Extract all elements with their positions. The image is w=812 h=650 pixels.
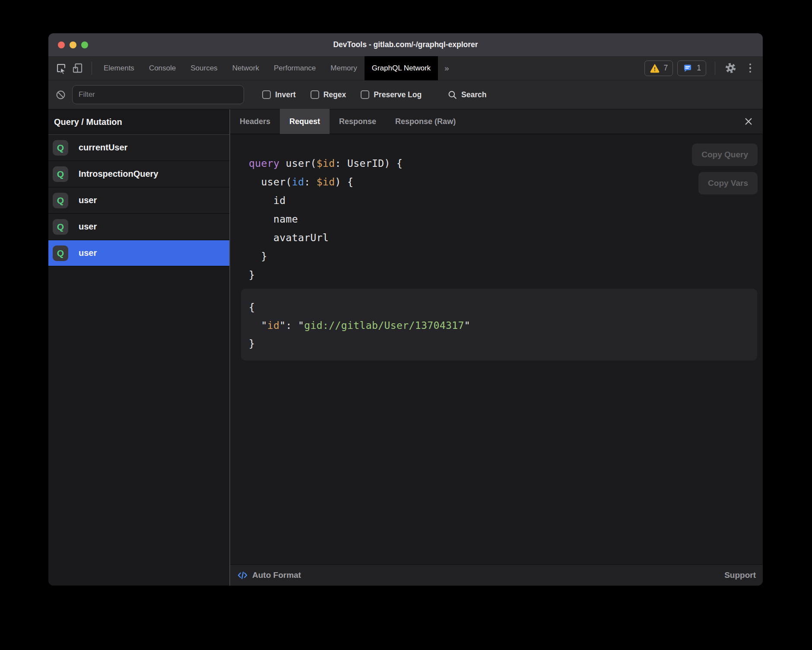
query-type-badge: Q (53, 166, 68, 182)
query-type-badge: Q (53, 245, 68, 261)
search-icon (447, 90, 457, 100)
tab-response-raw[interactable]: Response (Raw) (386, 109, 465, 134)
warnings-badge[interactable]: 7 (644, 61, 673, 76)
device-toolbar-icon[interactable] (71, 62, 84, 75)
query-list-panel: Query / Mutation Q currentUser Q Introsp… (48, 109, 230, 586)
detail-footer: Auto Format Support (230, 564, 763, 586)
toolbar-divider (92, 62, 92, 75)
filter-input[interactable] (72, 85, 244, 104)
list-item-user-3-selected[interactable]: Q user (48, 240, 229, 267)
graphql-query-code: query user($id: UserID) { user(id: $id) … (230, 134, 763, 284)
list-item-introspectionQuery[interactable]: Q IntrospectionQuery (48, 161, 229, 188)
preserve-log-checkbox-group: Preserve Log (361, 90, 422, 99)
tab-graphql-network[interactable]: GraphQL Network (365, 56, 438, 80)
request-content: Copy Query Copy Vars query user($id: Use… (230, 134, 763, 564)
message-count: 1 (697, 64, 701, 73)
tab-network[interactable]: Network (225, 56, 266, 80)
tab-response[interactable]: Response (330, 109, 386, 134)
auto-format-label: Auto Format (252, 570, 301, 580)
preserve-log-label[interactable]: Preserve Log (374, 90, 422, 99)
list-item-user-2[interactable]: Q user (48, 214, 229, 240)
more-tabs-icon[interactable]: » (438, 64, 456, 73)
query-list-header: Query / Mutation (48, 109, 229, 135)
tab-sources[interactable]: Sources (183, 56, 225, 80)
invert-checkbox-group: Invert (262, 90, 296, 99)
filter-bar: Invert Regex Preserve Log Search (48, 80, 763, 109)
close-icon (744, 117, 753, 126)
tab-elements[interactable]: Elements (96, 56, 142, 80)
tab-console[interactable]: Console (142, 56, 183, 80)
window-title: DevTools - gitlab.com/-/graphql-explorer (48, 33, 763, 56)
detail-tab-bar: Headers Request Response Response (Raw) (230, 109, 763, 134)
query-type-badge: Q (53, 219, 68, 235)
inspect-element-icon[interactable] (54, 62, 67, 75)
regex-checkbox[interactable] (311, 90, 319, 99)
request-detail-panel: Headers Request Response Response (Raw) … (230, 109, 763, 586)
clear-block-icon[interactable] (55, 89, 66, 100)
close-detail-button[interactable] (742, 115, 755, 128)
warning-icon (650, 63, 660, 73)
invert-checkbox[interactable] (262, 90, 271, 99)
tab-headers[interactable]: Headers (230, 109, 280, 134)
copy-query-button[interactable]: Copy Query (692, 143, 758, 166)
regex-checkbox-group: Regex (311, 90, 346, 99)
preserve-log-checkbox[interactable] (361, 90, 369, 99)
tab-request[interactable]: Request (280, 109, 330, 134)
query-type-badge: Q (53, 193, 68, 208)
tab-memory[interactable]: Memory (323, 56, 364, 80)
devtools-window: DevTools - gitlab.com/-/graphql-explorer… (48, 33, 763, 586)
tab-performance[interactable]: Performance (266, 56, 323, 80)
list-item-currentUser[interactable]: Q currentUser (48, 135, 229, 161)
code-brackets-icon (237, 570, 248, 581)
list-item-user-1[interactable]: Q user (48, 188, 229, 214)
messages-badge[interactable]: 1 (677, 61, 706, 76)
toolbar-divider (715, 62, 715, 75)
support-link[interactable]: Support (724, 570, 756, 580)
copy-vars-button[interactable]: Copy Vars (698, 172, 758, 194)
query-type-badge: Q (53, 140, 68, 156)
kebab-menu-icon[interactable] (745, 64, 756, 73)
auto-format-button[interactable]: Auto Format (237, 570, 301, 581)
title-bar: DevTools - gitlab.com/-/graphql-explorer (48, 33, 763, 56)
invert-label[interactable]: Invert (275, 90, 296, 99)
graphql-variables-box: { "id": "gid://gitlab/User/13704317"} (241, 289, 757, 360)
search-toggle[interactable]: Search (447, 90, 486, 100)
settings-gear-icon[interactable] (724, 62, 737, 75)
devtools-toolbar: Elements Console Sources Network Perform… (48, 56, 763, 80)
regex-label[interactable]: Regex (324, 90, 346, 99)
search-label: Search (461, 90, 486, 99)
warning-count: 7 (664, 64, 668, 73)
chat-icon (682, 63, 693, 73)
